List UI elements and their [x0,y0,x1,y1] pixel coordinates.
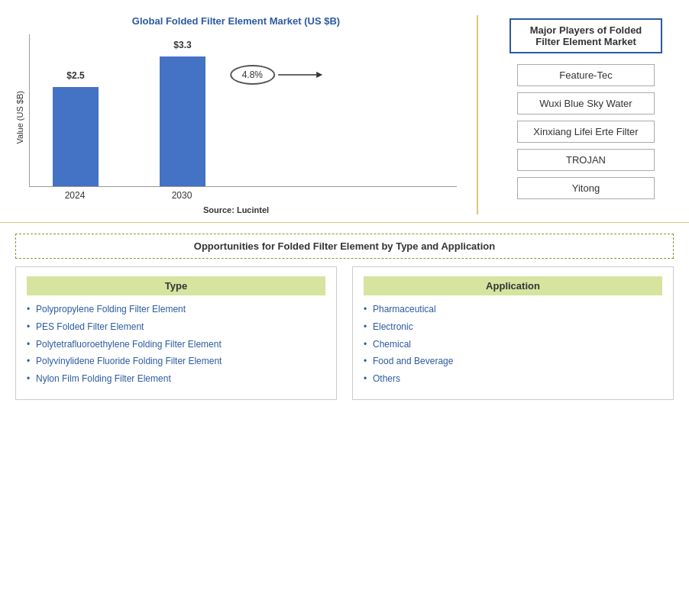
chart-area: Global Folded Filter Element Market (US … [15,15,457,214]
chart-plot: $2.5 4.8% [29,34,457,201]
vertical-divider-top [477,15,478,214]
x-label-2030: 2030 [159,190,205,201]
chart-wrapper: Value (US $B) $2.5 4.8% [15,34,457,201]
players-title: Major Players of Folded Filter Element M… [509,18,662,53]
players-area: Major Players of Folded Filter Element M… [498,15,674,214]
player-3: Xinxiang Lifei Erte Filter [517,121,655,143]
bar-label-2030: $3.3 [173,40,191,50]
app-item-5: Others [364,373,662,385]
opportunities-content: Type Polypropylene Folding Filter Elemen… [15,266,674,400]
app-item-1: Pharmaceutical [364,303,662,316]
x-axis-labels: 2024 2030 [29,187,457,201]
bottom-section: Opportunities for Folded Filter Element … [0,223,689,411]
chart-title: Global Folded Filter Element Market (US … [132,15,340,27]
app-item-4: Food and Beverage [364,355,662,368]
player-4: TROJAN [517,149,655,171]
type-items: Polypropylene Folding Filter Element PES… [27,303,325,385]
main-container: Global Folded Filter Element Market (US … [0,0,689,616]
cagr-annotation: 4.8% [230,65,275,85]
source-label: Source: Lucintel [203,205,269,214]
bar-group-2024: $2.5 [53,87,99,186]
type-item-5: Nylon Film Folding Filter Element [27,373,325,385]
y-axis-label: Value (US $B) [15,91,24,144]
type-item-2: PES Folded Filter Element [27,321,325,334]
app-item-2: Electronic [364,321,662,334]
application-items: Pharmaceutical Electronic Chemical Food … [364,303,662,385]
bars-area: $2.5 4.8% [29,34,457,187]
app-item-3: Chemical [364,338,662,351]
bar-group-2030: $3.3 [160,56,205,186]
bar-label-2024: $2.5 [66,70,84,81]
type-column: Type Polypropylene Folding Filter Elemen… [15,266,337,400]
application-header: Application [364,276,662,295]
type-item-3: Polytetrafluoroethylene Folding Filter E… [27,338,325,351]
player-1: Feature-Tec [517,64,655,86]
application-column: Application Pharmaceutical Electronic Ch… [352,266,674,400]
player-2: Wuxi Blue Sky Water [517,92,655,114]
opportunities-title: Opportunities for Folded Filter Element … [15,234,674,259]
top-section: Global Folded Filter Element Market (US … [0,0,689,223]
player-5: Yitong [517,177,655,199]
svg-marker-1 [316,72,322,78]
bar-2024 [53,87,99,186]
x-label-2024: 2024 [52,190,98,201]
cagr-ellipse: 4.8% [230,65,275,85]
type-item-4: Polyvinylidene Fluoride Folding Filter E… [27,355,325,368]
bar-2030 [160,56,205,186]
type-item-1: Polypropylene Folding Filter Element [27,303,325,316]
type-header: Type [27,276,325,295]
